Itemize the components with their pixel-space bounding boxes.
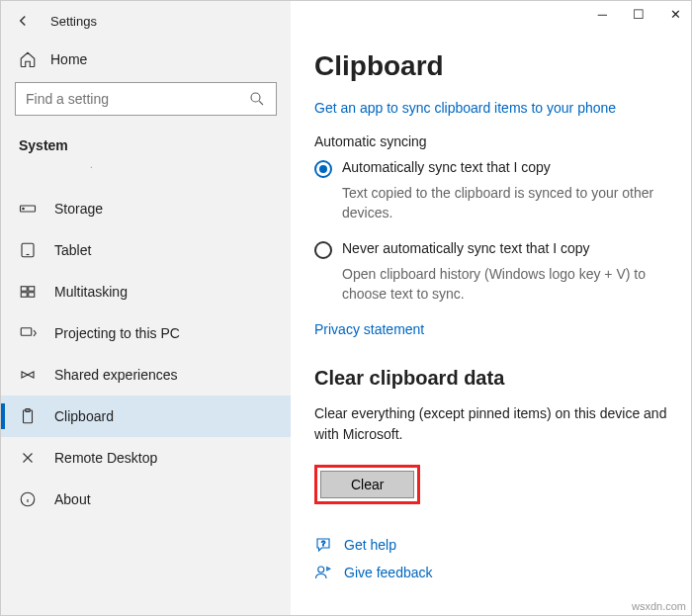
sidebar-item-remote[interactable]: Remote Desktop — [1, 437, 291, 479]
privacy-link[interactable]: Privacy statement — [314, 321, 667, 337]
sidebar-item-label: Remote Desktop — [54, 450, 157, 466]
maximize-button[interactable]: ☐ — [633, 7, 645, 22]
projecting-icon — [19, 324, 37, 342]
svg-rect-7 — [21, 293, 27, 298]
close-button[interactable]: ✕ — [670, 7, 681, 22]
help-label: Get help — [344, 537, 396, 553]
get-help-link[interactable]: ? Get help — [314, 536, 667, 554]
radio-hint: Open clipboard history (Windows logo key… — [342, 265, 667, 304]
clear-highlight: Clear — [314, 465, 420, 504]
sidebar-item-storage[interactable]: Storage — [1, 188, 291, 229]
svg-point-0 — [251, 93, 260, 102]
feedback-link[interactable]: Give feedback — [314, 564, 667, 581]
search-icon — [248, 90, 266, 108]
sidebar-item-label: Projecting to this PC — [54, 325, 180, 341]
clear-description: Clear everything (except pinned items) o… — [314, 403, 667, 445]
tablet-icon — [19, 241, 37, 259]
svg-point-2 — [23, 208, 25, 210]
sidebar-item-label: Multitasking — [54, 284, 128, 300]
home-icon — [19, 50, 37, 68]
minimize-button[interactable]: ─ — [598, 7, 607, 22]
radio-selected-icon — [314, 160, 332, 178]
sidebar-item-label: Shared experiences — [54, 367, 178, 383]
sidebar-item-label: Storage — [54, 201, 103, 217]
about-icon — [19, 490, 37, 508]
feedback-icon — [314, 564, 332, 581]
sidebar-item-clipboard[interactable]: Clipboard — [1, 396, 291, 437]
clear-heading: Clear clipboard data — [314, 367, 667, 390]
radio-label: Never automatically sync text that I cop… — [342, 240, 590, 256]
home-link[interactable]: Home — [1, 41, 291, 82]
sidebar-item-label: Tablet — [54, 242, 91, 258]
home-label: Home — [50, 51, 87, 67]
feedback-label: Give feedback — [344, 565, 433, 580]
sidebar-item-tablet[interactable]: Tablet — [1, 229, 291, 271]
window-title: Settings — [50, 14, 97, 29]
radio-hint: Text copied to the clipboard is synced t… — [342, 184, 667, 222]
search-input[interactable] — [15, 82, 277, 116]
sidebar-item-about[interactable]: About — [1, 479, 291, 520]
radio-never-sync[interactable]: Never automatically sync text that I cop… — [314, 240, 667, 259]
radio-label: Automatically sync text that I copy — [342, 159, 551, 175]
small-dot: . — [1, 159, 291, 170]
shared-icon — [19, 366, 37, 384]
sidebar-item-shared[interactable]: Shared experiences — [1, 354, 291, 396]
watermark: wsxdn.com — [632, 600, 686, 612]
help-icon: ? — [314, 536, 332, 554]
storage-icon — [19, 200, 37, 218]
svg-rect-6 — [29, 287, 35, 292]
section-system: System — [1, 130, 291, 159]
svg-point-16 — [318, 567, 324, 572]
multitasking-icon — [19, 283, 37, 301]
svg-rect-8 — [29, 293, 35, 298]
sidebar-item-projecting[interactable]: Projecting to this PC — [1, 312, 291, 354]
sidebar-item-multitasking[interactable]: Multitasking — [1, 271, 291, 312]
sync-app-link[interactable]: Get an app to sync clipboard items to yo… — [314, 100, 667, 116]
sidebar-item-label: About — [54, 491, 91, 507]
clear-button[interactable]: Clear — [320, 471, 414, 498]
auto-sync-heading: Automatic syncing — [314, 133, 667, 149]
clipboard-icon — [19, 407, 37, 425]
svg-text:?: ? — [321, 539, 325, 548]
page-title: Clipboard — [314, 50, 667, 82]
svg-rect-5 — [21, 287, 27, 292]
remote-icon — [19, 449, 37, 467]
radio-auto-sync[interactable]: Automatically sync text that I copy — [314, 159, 667, 178]
svg-rect-9 — [21, 328, 32, 336]
back-icon[interactable] — [11, 12, 35, 30]
radio-unselected-icon — [314, 241, 332, 259]
sidebar-item-label: Clipboard — [54, 408, 114, 424]
